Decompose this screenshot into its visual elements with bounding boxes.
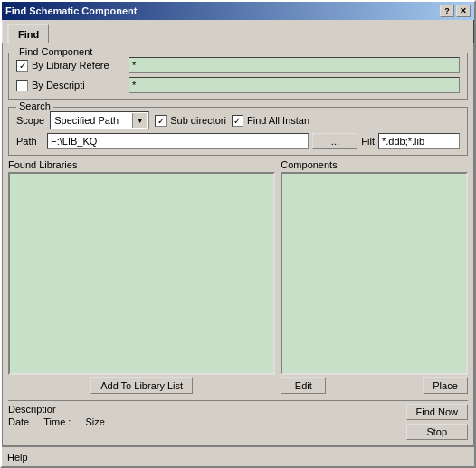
find-now-button[interactable]: Find Now	[406, 404, 468, 420]
path-row: Path ... Filt	[16, 133, 460, 149]
description-row: Descriptior	[8, 404, 401, 415]
by-description-row: By Descripti	[16, 77, 460, 93]
add-to-library-list-button[interactable]: Add To Library List	[90, 377, 193, 394]
by-description-input[interactable]	[129, 77, 460, 93]
path-label: Path	[16, 136, 43, 147]
components-listbox[interactable]	[281, 172, 468, 375]
scope-dropdown[interactable]: Specified Path ▼	[50, 111, 149, 129]
help-label: Help	[7, 452, 28, 463]
found-components-area: Found Libraries Add To Library List Comp…	[8, 159, 468, 394]
filter-label: Filt	[361, 136, 375, 147]
found-libraries-panel: Found Libraries Add To Library List	[8, 159, 275, 394]
edit-button[interactable]: Edit	[281, 377, 326, 394]
bottom-section: Descriptior Date Time : Size Find Now St…	[8, 397, 468, 440]
by-library-ref-input[interactable]	[129, 57, 460, 73]
find-component-group: Find Component By Library Refere By Desc…	[8, 53, 468, 100]
size-label: Size	[85, 416, 104, 427]
sub-directories-option[interactable]: Sub directori	[155, 115, 226, 127]
components-label: Components	[281, 159, 468, 170]
window: Find Schematic Component ? ✕ Find Find C…	[0, 0, 476, 468]
edit-place-btn-row: Edit Place	[281, 377, 468, 394]
add-to-library-btn-row: Add To Library List	[8, 377, 275, 394]
place-button[interactable]: Place	[423, 377, 468, 394]
browse-button[interactable]: ...	[312, 133, 357, 149]
path-input[interactable]	[47, 133, 309, 149]
help-bar: Help	[2, 446, 474, 466]
window-title: Find Schematic Component	[5, 5, 137, 16]
time-label: Time :	[43, 416, 71, 427]
help-title-button[interactable]: ?	[440, 5, 454, 17]
by-library-ref-label: By Library Refere	[32, 60, 109, 71]
scope-dropdown-text: Specified Path	[52, 115, 132, 126]
by-description-label: By Descripti	[32, 80, 85, 91]
sub-directories-checkbox[interactable]	[155, 115, 167, 127]
title-bar: Find Schematic Component ? ✕	[2, 2, 474, 20]
info-left: Descriptior Date Time : Size	[8, 404, 401, 427]
close-title-button[interactable]: ✕	[456, 5, 471, 17]
found-libraries-listbox[interactable]	[8, 172, 275, 375]
by-library-ref-checkbox-label[interactable]: By Library Refere	[16, 60, 125, 72]
description-label: Descriptior	[8, 404, 56, 415]
search-group: Search Scope Specified Path ▼ Sub direct…	[8, 107, 468, 156]
find-all-instances-checkbox[interactable]	[232, 115, 243, 127]
date-label: Date	[8, 416, 29, 427]
sub-directories-label: Sub directori	[170, 115, 226, 126]
date-time-row: Date Time : Size	[8, 416, 401, 427]
find-all-instances-option[interactable]: Find All Instan	[232, 115, 309, 127]
by-library-ref-row: By Library Refere	[16, 57, 460, 73]
by-library-ref-checkbox[interactable]	[16, 60, 28, 72]
components-panel: Components Edit Place	[281, 159, 468, 394]
separator-line	[8, 400, 468, 401]
tab-find[interactable]: Find	[7, 24, 49, 43]
scope-label: Scope	[16, 115, 44, 126]
tab-bar-container: Find	[2, 20, 474, 43]
by-description-checkbox[interactable]	[16, 80, 28, 91]
by-description-checkbox-label[interactable]: By Descripti	[16, 80, 125, 91]
find-all-instances-label: Find All Instan	[247, 115, 309, 126]
bottom-info: Descriptior Date Time : Size Find Now St…	[8, 404, 468, 440]
stop-button[interactable]: Stop	[406, 424, 468, 440]
filter-input[interactable]	[378, 133, 460, 149]
title-bar-buttons: ? ✕	[440, 5, 471, 17]
scope-dropdown-arrow[interactable]: ▼	[132, 113, 147, 128]
tab-bar: Find	[7, 24, 469, 43]
find-stop-btn-area: Find Now Stop	[406, 404, 468, 440]
tab-find-label: Find	[18, 29, 39, 40]
found-libraries-label: Found Libraries	[8, 159, 275, 170]
search-legend: Search	[16, 100, 53, 111]
main-content: Find Component By Library Refere By Desc…	[2, 43, 474, 446]
find-component-legend: Find Component	[16, 46, 95, 57]
scope-row: Scope Specified Path ▼ Sub directori Fin…	[16, 111, 460, 129]
